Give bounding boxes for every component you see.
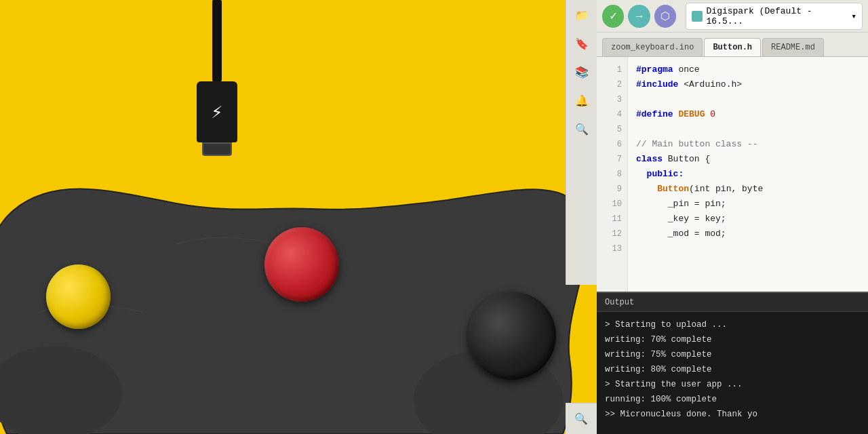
board-selector[interactable]: Digispark (Default - 16.5... ▾ bbox=[686, 3, 863, 30]
dropdown-arrow-icon: ▾ bbox=[851, 11, 856, 22]
code-line-6: // Main button class -- bbox=[636, 137, 860, 152]
output-label: Output bbox=[605, 298, 634, 307]
tab-button-h[interactable]: Button.h bbox=[704, 38, 761, 56]
code-line-10: _pin = pin; bbox=[636, 197, 860, 212]
line-num-13: 13 bbox=[612, 241, 622, 256]
zoom-bottom-icon[interactable]: 🔍 bbox=[566, 403, 597, 434]
code-line-4: #define DEBUG 0 bbox=[636, 107, 860, 122]
usb-cable bbox=[212, 0, 222, 81]
output-line-4: writing: 80% complete bbox=[605, 362, 860, 377]
line-num-12: 12 bbox=[612, 226, 622, 241]
line-num-8: 8 bbox=[617, 167, 622, 182]
sidebar-search-icon[interactable]: 🔍 bbox=[572, 119, 592, 140]
line-num-7: 7 bbox=[617, 152, 622, 167]
line-num-1: 1 bbox=[617, 62, 622, 77]
ide-area: ✓ → ⬡ Digispark (Default - 16.5... ▾ zoo… bbox=[597, 0, 868, 434]
output-line-1: > Starting to upload ... bbox=[605, 317, 860, 332]
output-line-6: running: 100% complete bbox=[605, 392, 860, 407]
sidebar-debug-icon[interactable]: 🔔 bbox=[572, 91, 592, 111]
debug-button[interactable]: ⬡ bbox=[654, 5, 676, 28]
code-line-13 bbox=[636, 241, 860, 256]
tab-zoom-keyboard[interactable]: zoom_keyboard.ino bbox=[602, 38, 703, 56]
output-header: Output bbox=[597, 293, 868, 312]
black-button bbox=[468, 292, 556, 380]
line-num-4: 4 bbox=[617, 107, 622, 122]
line-numbers: 1 2 3 4 5 6 7 8 9 10 11 12 13 bbox=[597, 57, 628, 292]
code-line-12: _mod = mod; bbox=[636, 226, 860, 241]
line-num-3: 3 bbox=[617, 92, 622, 107]
code-line-5 bbox=[636, 122, 860, 137]
line-num-11: 11 bbox=[612, 212, 622, 226]
ide-sidebar: 📁 🔖 📚 🔔 🔍 bbox=[566, 0, 597, 285]
code-line-1: #pragma once bbox=[636, 62, 860, 77]
line-num-2: 2 bbox=[617, 77, 622, 92]
output-line-5: > Starting the user app ... bbox=[605, 377, 860, 392]
code-line-9: Button(int pin, byte bbox=[636, 182, 860, 197]
file-tabs: zoom_keyboard.ino Button.h README.md bbox=[597, 33, 868, 57]
code-line-2: #include <Arduino.h> bbox=[636, 77, 860, 92]
upload-button[interactable]: → bbox=[628, 5, 650, 28]
sidebar-bookmark-icon[interactable]: 🔖 bbox=[572, 34, 592, 54]
output-line-2: writing: 70% complete bbox=[605, 332, 860, 347]
code-line-11: _key = key; bbox=[636, 212, 860, 226]
sidebar-library-icon[interactable]: 📚 bbox=[572, 62, 592, 83]
red-button bbox=[264, 227, 339, 302]
check-button[interactable]: ✓ bbox=[602, 5, 624, 28]
output-panel: Output > Starting to upload ... writing:… bbox=[597, 292, 868, 434]
output-content[interactable]: > Starting to upload ... writing: 70% co… bbox=[597, 312, 868, 434]
yellow-button bbox=[46, 264, 111, 329]
board-name-label: Digispark (Default - 16.5... bbox=[707, 6, 848, 26]
ide-toolbar: ✓ → ⬡ Digispark (Default - 16.5... ▾ bbox=[597, 0, 868, 33]
code-editor[interactable]: 1 2 3 4 5 6 7 8 9 10 11 12 13 #pragma on… bbox=[597, 57, 868, 292]
code-line-7: class Button { bbox=[636, 152, 860, 167]
sidebar-files-icon[interactable]: 📁 bbox=[572, 5, 592, 26]
output-line-3: writing: 75% complete bbox=[605, 347, 860, 362]
code-line-8: public: bbox=[636, 167, 860, 182]
line-num-9: 9 bbox=[617, 182, 622, 197]
code-lines: #pragma once #include <Arduino.h> #defin… bbox=[628, 57, 868, 292]
photo-area: ⚡ bbox=[0, 0, 597, 434]
code-line-3 bbox=[636, 92, 860, 107]
output-line-7: >> Micronucleus done. Thank yo bbox=[605, 407, 860, 422]
line-num-5: 5 bbox=[617, 122, 622, 137]
tab-readme[interactable]: README.md bbox=[762, 38, 824, 56]
line-num-6: 6 bbox=[617, 137, 622, 152]
line-num-10: 10 bbox=[612, 197, 622, 212]
board-icon bbox=[692, 11, 702, 22]
